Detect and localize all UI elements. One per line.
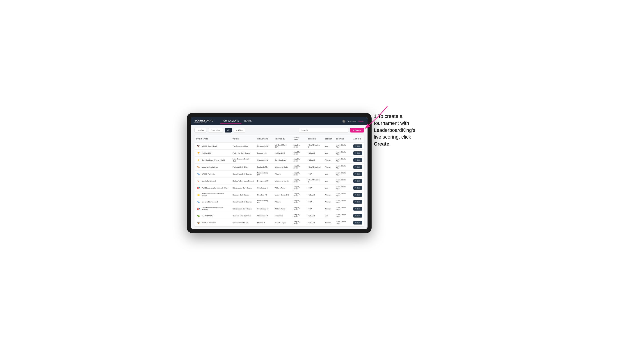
cell-venue: The Powelton Club (231, 143, 255, 150)
edit-button[interactable]: ✏ Edit (353, 165, 362, 169)
event-icon: 🦋 (196, 221, 200, 225)
cell-venue: Lake Bracken Country Club (231, 157, 255, 164)
nav-links: TOURNAMENTS TEAMS (220, 119, 338, 124)
cell-city-state: Marion, IL (255, 219, 273, 226)
annotation: 1.To create atournament withLeaderboardK… (374, 113, 415, 148)
edit-label: Edit (358, 180, 360, 182)
edit-button[interactable]: ✏ Edit (353, 172, 362, 176)
edit-icon: ✏ (355, 152, 357, 154)
cell-city-state: Hesston, KS (255, 191, 273, 198)
edit-button[interactable]: ✏ Edit (353, 200, 362, 204)
edit-button[interactable]: ✏ Edit (353, 145, 362, 148)
edit-button[interactable]: ✏ Edit (353, 158, 362, 162)
cell-actions: ✏ Edit (352, 184, 364, 191)
table-row: 🦅 MSMC Qualifying 1 The Powelton Club Ne… (194, 143, 364, 150)
hosting-filter-button[interactable]: Hosting (194, 128, 206, 133)
edit-icon: ✏ (355, 194, 357, 196)
event-name-text: Fall Statesmen Invitational - Women (202, 207, 229, 211)
table-row: 🐾 upike fall invitational StoneCrest Gol… (194, 198, 364, 205)
cell-scoring: team, Stroke Play (334, 219, 352, 226)
event-icon: 🌿 (196, 214, 200, 218)
cell-venue: Hesston Golf Course (231, 191, 255, 198)
event-icon: 🐾 (196, 172, 200, 176)
edit-button[interactable]: ✏ Edit (353, 186, 362, 190)
competing-filter-button[interactable]: Competing (208, 128, 223, 133)
cell-gender: Women (323, 157, 334, 164)
nav-tournaments[interactable]: TOURNAMENTS (220, 119, 241, 124)
cell-scoring: team, Stroke Play (334, 150, 352, 157)
filter-icon: ≡ (236, 129, 237, 131)
event-name-cell: 🌿 VU PREVIEW (196, 214, 229, 218)
cell-start-date: Aug 28, 2023 (292, 205, 306, 212)
event-icon: 🏆 (196, 151, 200, 155)
tablet-device: SCOREBOARD Powered by Clippit TOURNAMENT… (187, 113, 372, 233)
edit-icon: ✏ (355, 159, 357, 161)
cell-city-state: Prestonsburg, KY (255, 171, 273, 177)
cell-gender: Men (323, 171, 334, 177)
event-name-cell: 🦋 Klash at Kokopelli (196, 221, 229, 225)
edit-label: Edit (358, 159, 360, 161)
cell-scoring: team, Stroke Play (334, 205, 352, 212)
edit-button[interactable]: ✏ Edit (353, 207, 362, 210)
cell-start-date: Aug 28, 2023 (292, 171, 306, 177)
table-header: EVENT NAME VENUE CITY, STATE HOSTED BY S… (194, 135, 364, 143)
cell-hosted-by: William Penn (273, 184, 292, 191)
event-name-text: MSMC Qualifying 1 (202, 145, 217, 147)
nav-teams[interactable]: TEAMS (242, 119, 254, 124)
cell-city-state: Newburgh, NY (255, 143, 273, 150)
cell-event-name: 🎯 Fall Statesmen Invitational - Women (194, 205, 231, 212)
cell-actions: ✏ Edit (352, 171, 364, 177)
cell-division: NCAA Division II (306, 164, 323, 171)
edit-button[interactable]: ✏ Edit (353, 193, 362, 197)
cell-gender: Men (323, 177, 334, 184)
table-row: 🐎 Maverick Invitational Faribault Golf C… (194, 164, 364, 171)
cell-gender: Women (323, 164, 334, 171)
event-name-cell: 🎯 Fall Statesmen Invitational - Women (196, 207, 229, 211)
cell-venue: Faribault Golf Club (231, 164, 255, 171)
cell-start-date: Aug 28, 2023 (292, 219, 306, 226)
cell-division: NAIA (306, 205, 323, 212)
cell-city-state: Freeport, IL (255, 150, 273, 157)
cell-division: NAIA (306, 198, 323, 205)
table-body: 🦅 MSMC Qualifying 1 The Powelton Club Ne… (194, 143, 364, 226)
annotation-create-word: Create (374, 141, 389, 147)
search-input[interactable] (299, 128, 348, 133)
edit-button[interactable]: ✏ Edit (353, 214, 362, 217)
tournaments-table: EVENT NAME VENUE CITY, STATE HOSTED BY S… (194, 135, 364, 226)
edit-icon: ✏ (355, 215, 357, 217)
cell-scoring: team, Stroke Play (334, 198, 352, 205)
filter-button[interactable]: ≡ Filter (234, 128, 245, 133)
table-row: 🎯 Fall Statesmen Invitational - Women Ed… (194, 205, 364, 212)
cell-scoring: team, Stroke Play (334, 171, 352, 177)
event-name-cell: 🐾 UPIKE Fall Invite (196, 172, 229, 176)
all-filter-button[interactable]: All (225, 128, 232, 133)
gear-icon[interactable]: ⚙ (342, 120, 346, 123)
edit-button[interactable]: ✏ Edit (353, 179, 362, 183)
content-area: Hosting Competing All ≡ Filter + Create (191, 125, 368, 229)
filter-bar: Hosting Competing All ≡ Filter + Create (194, 128, 364, 133)
cell-event-name: ⚡ Carl Sandburg Women FA23 (194, 157, 231, 164)
event-name-text: upike fall invitational (202, 201, 218, 203)
logo-area: SCOREBOARD Powered by Clippit (194, 119, 214, 123)
cell-gender: Men (323, 184, 334, 191)
cell-start-date: Aug 25, 2023 (292, 150, 306, 157)
cell-division: NJCAA I (306, 150, 323, 157)
cell-event-name: 🌟 2023 Women's Hesston Fall Kickoff (194, 191, 231, 198)
table: EVENT NAME VENUE CITY, STATE HOSTED BY S… (194, 135, 364, 226)
event-name-cell: 🦌 Morris Invitational (196, 179, 229, 183)
cell-event-name: 🦅 MSMC Qualifying 1 (194, 143, 231, 150)
edit-label: Edit (358, 201, 360, 203)
edit-button[interactable]: ✏ Edit (353, 221, 362, 224)
cell-division: NJCAA II (306, 212, 323, 219)
cell-actions: ✏ Edit (352, 157, 364, 164)
cell-hosted-by: John A Logan (273, 219, 292, 226)
edit-icon: ✏ (355, 180, 357, 182)
edit-button[interactable]: ✏ Edit (353, 151, 362, 155)
event-name-text: Maverick Invitational (202, 166, 218, 168)
event-icon: 🎯 (196, 186, 200, 190)
cell-division: NJCAA I (306, 219, 323, 226)
cell-start-date: Aug 28, 2023 (292, 198, 306, 205)
cell-hosted-by: Mt. Saint Mary (NY) (273, 143, 292, 150)
edit-label: Edit (358, 215, 360, 217)
table-row: 🌿 VU PREVIEW Cypress Hills Golf Club Vin… (194, 212, 364, 219)
